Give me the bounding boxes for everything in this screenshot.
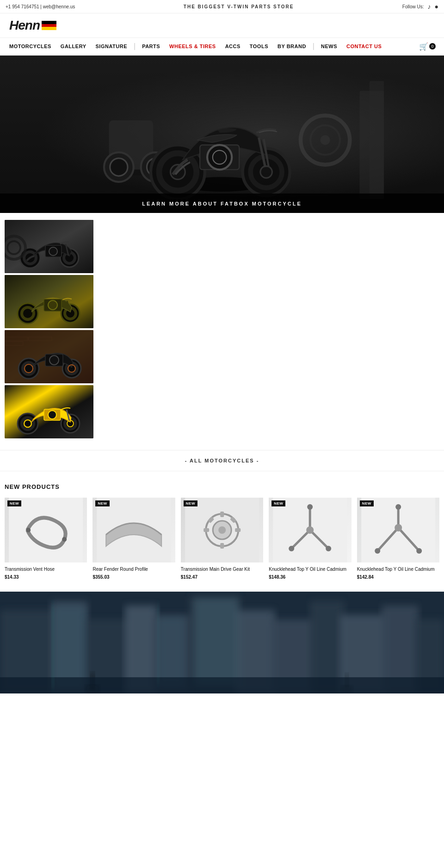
product-card-4[interactable]: NEW Knucklehead Top Y Oil Line Cadmium $… xyxy=(269,498,351,580)
svg-point-74 xyxy=(218,526,226,534)
cart-icon[interactable]: 🛒 0 xyxy=(415,40,439,53)
moto-svg-3 xyxy=(5,330,93,383)
svg-rect-117 xyxy=(0,677,444,693)
svg-point-85 xyxy=(307,504,313,510)
main-nav: MOTORCYCLES GALLERY SIGNATURE | PARTS WH… xyxy=(0,38,444,56)
logo[interactable]: Henn xyxy=(9,18,56,33)
moto-card-4[interactable] xyxy=(5,385,93,438)
svg-point-68 xyxy=(26,528,31,532)
product-svg-3 xyxy=(181,498,263,562)
product-svg-5 xyxy=(357,498,439,562)
product-card-3[interactable]: NEW Transmission Main Drive Gear Kit xyxy=(181,498,263,580)
product-img-4: NEW xyxy=(269,498,351,562)
moto-card-3[interactable] xyxy=(5,330,93,383)
product-price-4: $148.36 xyxy=(269,575,351,580)
contact-info[interactable]: +1 954 7164751 | web@henne.us xyxy=(6,4,75,9)
svg-point-96 xyxy=(395,524,402,531)
svg-point-65 xyxy=(67,420,74,427)
svg-point-55 xyxy=(25,364,33,373)
product-card-2[interactable]: NEW Rear Fender Round Profile $355.03 xyxy=(92,498,175,580)
svg-point-16 xyxy=(213,150,227,164)
svg-rect-118 xyxy=(52,603,54,689)
product-price-3: $152.47 xyxy=(181,575,263,580)
product-svg-1 xyxy=(5,498,87,562)
svg-point-64 xyxy=(24,420,31,427)
nav-signature[interactable]: SIGNATURE xyxy=(91,38,132,55)
header: Henn xyxy=(0,13,444,38)
product-card-1[interactable]: NEW Transmission Vent Hose $14.33 xyxy=(5,498,87,580)
new-products-title: NEW PRODUCTS xyxy=(5,483,439,490)
svg-rect-23 xyxy=(370,81,384,199)
nav-parts[interactable]: PARTS xyxy=(137,38,165,55)
svg-rect-111 xyxy=(157,617,185,687)
svg-point-31 xyxy=(49,247,57,256)
hero-motorcycle-svg xyxy=(60,56,384,199)
product-img-5: NEW xyxy=(357,498,439,562)
svg-point-95 xyxy=(416,548,422,554)
moto-card-1[interactable] xyxy=(5,220,93,273)
tiktok-icon[interactable]: ♪ xyxy=(428,3,431,10)
nav-contact-us[interactable]: CONTACT US xyxy=(342,38,386,55)
svg-rect-76 xyxy=(220,543,224,549)
hero-cta-text: LEARN MORE ABOUT FATBOX MOTORCYCLE xyxy=(142,201,302,206)
products-grid: NEW Transmission Vent Hose $14.33 NEW xyxy=(5,498,439,580)
top-bar: +1 954 7164751 | web@henne.us THE BIGGES… xyxy=(0,0,444,13)
svg-point-93 xyxy=(395,504,401,510)
new-badge-2: NEW xyxy=(95,500,109,506)
svg-rect-48 xyxy=(5,342,23,345)
nav-wheels-tires[interactable]: WHEELS & TIRES xyxy=(165,38,221,55)
svg-rect-78 xyxy=(235,528,240,532)
product-price-2: $355.03 xyxy=(92,575,175,580)
footer-hero xyxy=(0,592,444,693)
hero-cta-bar[interactable]: LEARN MORE ABOUT FATBOX MOTORCYCLE xyxy=(0,194,444,213)
new-badge-5: NEW xyxy=(360,500,374,506)
svg-point-54 xyxy=(49,356,59,365)
product-name-1: Transmission Vent Hose xyxy=(5,566,87,573)
product-price-5: $142.84 xyxy=(357,575,439,580)
moto-card-2[interactable] xyxy=(5,275,93,328)
product-name-5: Knucklehead Top Y Oil Line Cadmium xyxy=(357,566,439,573)
product-name-4: Knucklehead Top Y Oil Line Cadmium xyxy=(269,566,351,573)
svg-rect-67 xyxy=(9,498,83,562)
svg-point-63 xyxy=(48,411,56,419)
product-img-1: NEW xyxy=(5,498,87,562)
product-name-3: Transmission Main Drive Gear Kit xyxy=(181,566,263,573)
new-products-section: NEW PRODUCTS NEW Transmission Vent Hose … xyxy=(0,476,444,587)
svg-rect-46 xyxy=(5,337,28,341)
nav-motorcycles[interactable]: MOTORCYCLES xyxy=(5,38,56,55)
svg-rect-112 xyxy=(194,599,238,687)
all-motorcycles-link[interactable]: - ALL MOTORCYCLES - xyxy=(0,450,444,471)
product-svg-4 xyxy=(269,498,351,562)
svg-point-4 xyxy=(110,158,128,176)
svg-rect-77 xyxy=(204,528,209,532)
nav-sep-2: | xyxy=(311,42,316,50)
nav-accs[interactable]: ACCS xyxy=(221,38,245,55)
nav-news[interactable]: NEWS xyxy=(316,38,342,55)
social-follow: Follow Us: ♪ ● xyxy=(402,3,438,10)
svg-rect-47 xyxy=(29,337,52,341)
moto-section-spacer xyxy=(95,218,442,441)
nav-tools[interactable]: TOOLS xyxy=(245,38,273,55)
new-badge-3: NEW xyxy=(184,500,197,506)
motorcycles-section xyxy=(0,213,444,445)
svg-point-21 xyxy=(321,135,330,145)
logo-flag xyxy=(42,21,56,30)
moto-svg-1 xyxy=(5,220,93,273)
tagline: THE BIGGEST V-TWIN PARTS STORE xyxy=(184,4,294,9)
new-badge-4: NEW xyxy=(271,500,285,506)
moto-svg-4 xyxy=(5,385,93,438)
cart-symbol: 🛒 xyxy=(419,42,428,51)
product-card-5[interactable]: NEW Knucklehead Top Y Oil Line Cadmium $… xyxy=(357,498,439,580)
svg-point-38 xyxy=(22,307,34,319)
svg-rect-75 xyxy=(220,512,224,517)
product-img-2: NEW xyxy=(92,498,175,562)
svg-point-13 xyxy=(260,166,272,178)
svg-point-88 xyxy=(306,526,314,534)
svg-rect-110 xyxy=(53,606,86,689)
nav-by-brand[interactable]: BY BRAND xyxy=(273,38,311,55)
nav-gallery[interactable]: GALLERY xyxy=(56,38,91,55)
whatsapp-icon[interactable]: ● xyxy=(435,3,438,10)
product-svg-2 xyxy=(92,498,175,562)
new-badge-1: NEW xyxy=(7,500,21,506)
nav-sep-1: | xyxy=(132,42,137,50)
